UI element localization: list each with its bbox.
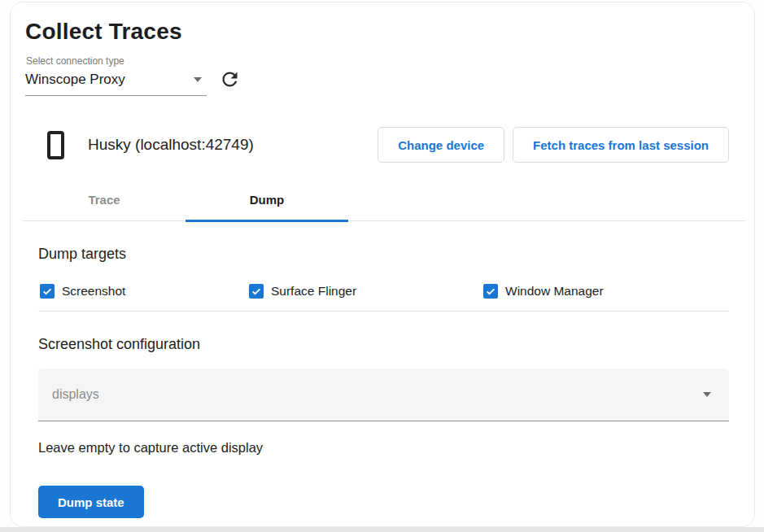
tab-header: Trace Dump <box>23 179 745 221</box>
fetch-traces-button[interactable]: Fetch traces from last session <box>513 127 729 163</box>
header: Collect Traces Select connection type Wi… <box>11 2 754 96</box>
checkbox-checked-icon[interactable] <box>40 284 55 299</box>
connection-type-select[interactable]: Select connection type Winscope Proxy <box>25 55 207 96</box>
checkbox-label: Surface Flinger <box>271 284 356 299</box>
device-name: Husky (localhost:42749) <box>88 136 254 154</box>
checkbox-checked-icon[interactable] <box>483 284 498 299</box>
chevron-down-icon <box>703 392 711 397</box>
smartphone-icon <box>47 131 64 159</box>
page-title: Collect Traces <box>25 19 730 45</box>
connection-type-value: Winscope Proxy <box>25 72 125 88</box>
refresh-icon <box>219 68 241 90</box>
screenshot-config-heading: Screenshot configuration <box>38 336 729 353</box>
bottom-strip <box>0 527 764 532</box>
connection-row: Select connection type Winscope Proxy <box>25 55 730 96</box>
dump-targets-row: Screenshot Surface Flinger Window Manage… <box>38 284 729 299</box>
display-hint-text: Leave empty to capture active display <box>38 440 729 456</box>
refresh-connection-button[interactable] <box>219 68 241 90</box>
checkbox-surface-flinger[interactable]: Surface Flinger <box>247 284 482 299</box>
checkbox-label: Window Manager <box>505 284 604 299</box>
change-device-button[interactable]: Change device <box>378 127 504 163</box>
dump-state-button[interactable]: Dump state <box>38 486 144 518</box>
chevron-down-icon <box>194 77 202 82</box>
tab-trace[interactable]: Trace <box>23 179 186 220</box>
checkbox-screenshot[interactable]: Screenshot <box>38 284 247 299</box>
dump-targets-heading: Dump targets <box>38 246 729 263</box>
collect-traces-panel: Collect Traces Select connection type Wi… <box>10 2 755 527</box>
tab-dump[interactable]: Dump <box>186 179 348 220</box>
displays-field-value: displays <box>52 387 99 402</box>
checkbox-window-manager[interactable]: Window Manager <box>482 284 604 299</box>
device-row: Husky (localhost:42749) Change device Fe… <box>47 127 729 163</box>
connection-type-label: Select connection type <box>25 55 207 67</box>
dump-tab-content: Dump targets Screenshot Surface Flinger … <box>11 246 754 518</box>
checkbox-checked-icon[interactable] <box>249 284 264 299</box>
checkbox-label: Screenshot <box>62 284 125 299</box>
displays-select-field[interactable]: displays <box>38 368 729 421</box>
section-divider <box>38 311 729 312</box>
